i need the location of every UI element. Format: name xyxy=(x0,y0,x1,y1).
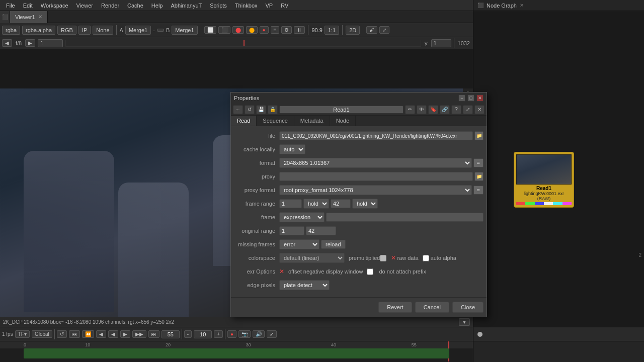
node-graph-content[interactable]: Read1 lightingKW.0001.exr (RAW) 2 xyxy=(473,11,644,362)
current-frame[interactable]: 55 xyxy=(162,330,180,338)
merge1-dash[interactable] xyxy=(157,29,164,32)
tab-read[interactable]: Read xyxy=(231,116,257,126)
square-icon[interactable]: ⬜ xyxy=(204,26,216,34)
tab-metadata[interactable]: Metadata xyxy=(294,116,330,126)
zoom-select[interactable]: 1:1 xyxy=(325,26,339,35)
play-btn[interactable]: ▶ xyxy=(120,330,130,338)
menu-thinkbox[interactable]: Thinkbox xyxy=(231,2,262,10)
audio-btn[interactable]: 🔊 xyxy=(253,330,265,338)
merge1-b[interactable]: Merge1 xyxy=(172,26,197,35)
format-eq-btn[interactable]: = xyxy=(473,158,484,167)
menu-vp[interactable]: VP xyxy=(262,2,277,10)
frame-expr-value[interactable] xyxy=(326,213,484,222)
hold2-select[interactable]: hold xyxy=(352,199,378,209)
props-maximize-btn[interactable]: □ xyxy=(467,95,474,102)
expand-icon[interactable]: ⤢ xyxy=(379,26,389,34)
props-toolbar-close[interactable]: ✕ xyxy=(474,105,485,114)
gear-icon[interactable]: ⚙ xyxy=(281,26,292,34)
proxy-format-eq-btn[interactable]: = xyxy=(473,186,484,195)
missing-frames-select[interactable]: error xyxy=(279,239,319,249)
status-expand[interactable]: ▼ xyxy=(459,318,470,326)
revert-btn[interactable]: Revert xyxy=(378,302,412,313)
props-arrow-btn[interactable]: ← xyxy=(233,105,243,114)
tf-select[interactable]: TF▾ xyxy=(15,330,30,338)
props-titlebar[interactable]: Properties − □ ✕ xyxy=(231,93,487,104)
format-select[interactable]: 2048x865 1.01367 xyxy=(279,158,472,168)
colorspace-select[interactable]: default (linear) xyxy=(279,253,345,263)
mode-select[interactable]: 2D xyxy=(346,26,360,35)
tab-node[interactable]: Node xyxy=(330,116,356,126)
loop-icon[interactable]: ↺ xyxy=(57,330,67,338)
pause-icon[interactable]: ⏸ xyxy=(294,26,305,34)
alpha-select[interactable]: rgba.alpha xyxy=(22,26,55,35)
next-frame-btn[interactable]: ▶ xyxy=(25,39,35,47)
cancel-btn[interactable]: Cancel xyxy=(415,302,449,313)
props-reload-btn[interactable]: ↺ xyxy=(245,105,255,114)
file-value[interactable]: 011_C002_0920KW_001/cg/v001/Lightning_KW… xyxy=(279,131,473,140)
step-size[interactable]: 10 xyxy=(194,330,212,338)
channel-select[interactable]: rgba xyxy=(2,26,20,35)
global-select[interactable]: Global xyxy=(32,330,52,338)
prev-frame-btn[interactable]: ◀ xyxy=(2,39,12,47)
menu-scripts[interactable]: Scripts xyxy=(206,2,231,10)
hold1-select[interactable]: hold xyxy=(303,199,329,209)
skip-start-btn[interactable]: ⏮ xyxy=(69,330,80,338)
read1-node[interactable]: Read1 lightingKW.0001.exr (RAW) xyxy=(514,152,574,208)
menu-render[interactable]: Render xyxy=(97,2,123,10)
menu-help[interactable]: Help xyxy=(147,2,167,10)
do-not-attach-check[interactable] xyxy=(367,268,373,275)
square2-icon[interactable]: ⬛ xyxy=(218,26,230,34)
cache-locally-select[interactable]: auto xyxy=(279,144,305,154)
frame-range-end[interactable] xyxy=(331,199,351,208)
color-icon[interactable]: ⬤ xyxy=(232,26,244,34)
play-audio-btn[interactable]: ▶▶ xyxy=(132,330,146,338)
menu-edit[interactable]: Edit xyxy=(19,2,37,10)
close-btn[interactable]: Close xyxy=(452,302,484,313)
merge1-a[interactable]: Merge1 xyxy=(125,26,151,35)
reload-btn[interactable]: reload xyxy=(321,240,346,249)
frame-range-start[interactable] xyxy=(279,199,302,208)
props-close-btn[interactable]: ✕ xyxy=(476,95,484,102)
props-edit-btn[interactable]: ✏ xyxy=(405,105,415,114)
minus-btn[interactable]: - xyxy=(184,330,192,338)
none-select[interactable]: None xyxy=(93,26,113,35)
auto-alpha-check[interactable] xyxy=(423,255,429,261)
wipe-icon[interactable]: ⬤ xyxy=(246,26,258,34)
node-graph-close[interactable]: ✕ xyxy=(520,3,524,8)
colorspace-select[interactable]: RGB xyxy=(57,26,76,35)
proxy-browse-btn[interactable]: 📁 xyxy=(474,172,484,181)
frame-expr-select[interactable]: expression xyxy=(279,212,325,222)
props-help-btn[interactable]: ? xyxy=(451,105,461,114)
props-lock-btn[interactable]: 🔒 xyxy=(268,105,278,114)
edge-pixels-select[interactable]: plate detect xyxy=(279,280,330,290)
plus-btn[interactable]: + xyxy=(214,330,223,338)
premultiplied-check[interactable] xyxy=(380,255,386,261)
menu-file[interactable]: File xyxy=(2,2,19,10)
menu-abhimanyu[interactable]: AbhimanyuT xyxy=(167,2,206,10)
tab-sequence[interactable]: Sequence xyxy=(257,116,294,126)
file-browse-btn[interactable]: 📁 xyxy=(474,131,484,140)
record-icon[interactable]: ● xyxy=(260,26,269,34)
prev-btn[interactable]: ⏪ xyxy=(82,330,94,338)
menu-workspace[interactable]: Workspace xyxy=(37,2,72,10)
orig-start[interactable] xyxy=(279,226,304,235)
ip-btn[interactable]: IP xyxy=(78,26,91,35)
list-icon[interactable]: ≡ xyxy=(271,26,280,34)
frame-input[interactable]: 1 xyxy=(38,39,63,47)
rec-btn[interactable]: ● xyxy=(227,330,236,338)
proxy-format-select[interactable]: root.proxy_format 1024x778 xyxy=(279,185,472,195)
viewer1-tab[interactable]: Viewer1 ✕ xyxy=(10,11,48,23)
brush-icon[interactable]: 🖌 xyxy=(366,26,377,34)
step-back-btn[interactable]: ◀ xyxy=(96,330,106,338)
props-bookmark-btn[interactable]: 🔖 xyxy=(428,105,438,114)
snapshot-btn[interactable]: 📷 xyxy=(238,330,251,338)
props-minimize-btn[interactable]: − xyxy=(458,95,465,102)
timeline-expand[interactable]: ⤢ xyxy=(267,330,277,338)
props-float-btn[interactable]: ⤢ xyxy=(463,105,473,114)
menu-viewer[interactable]: Viewer xyxy=(72,2,97,10)
viewer1-tab-close[interactable]: ✕ xyxy=(38,14,42,20)
y-input[interactable]: 1 xyxy=(431,39,451,47)
orig-end[interactable] xyxy=(306,226,336,235)
menu-cache[interactable]: Cache xyxy=(123,2,147,10)
props-link-btn[interactable]: 🔗 xyxy=(440,105,450,114)
